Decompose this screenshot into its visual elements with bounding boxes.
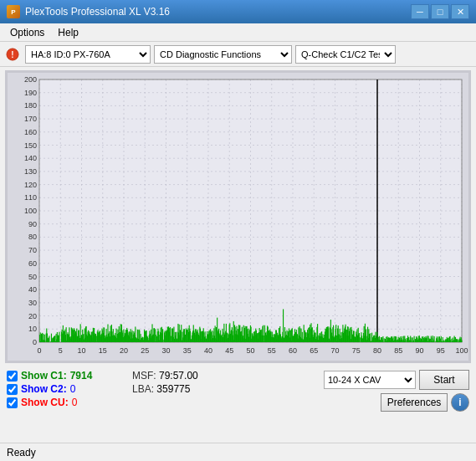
speed-select[interactable]: 10-24 X CAV [324,371,416,389]
menu-help[interactable]: Help [51,25,85,40]
svg-text:!: ! [11,50,13,59]
maximize-button[interactable]: □ [431,4,449,19]
lba-row: LBA: 359775 [132,383,198,395]
c1-value: 7914 [70,370,93,382]
chart-container [5,70,471,363]
checkboxes-col: Show C1: 7914 Show C2: 0 Show CU: 0 [7,370,115,408]
test-select[interactable]: Q-Check C1/C2 Test [295,45,396,64]
drive-select[interactable]: HA:8 ID:0 PX-760A [25,45,151,64]
bottom-panel: Show C1: 7914 Show C2: 0 Show CU: 0 MSF:… [0,366,476,418]
function-select[interactable]: CD Diagnostic Functions [154,45,292,64]
status-text: Ready [7,447,36,458]
back-icon: ! [6,48,19,61]
preferences-row: Preferences i [381,393,469,412]
info-button[interactable]: i [451,393,469,412]
msf-label: MSF: [132,370,156,382]
show-c1-row: Show C1: 7914 [7,370,115,382]
app-icon: P [7,5,20,18]
msf-row: MSF: 79:57.00 [132,370,198,382]
title-bar: P PlexTools Professional XL V3.16 ─ □ ✕ [0,0,476,23]
right-controls: 10-24 X CAV Start Preferences i [324,370,469,412]
status-bar: Ready [0,443,476,461]
msf-value: 79:57.00 [159,370,198,382]
speed-row: 10-24 X CAV Start [324,370,469,390]
preferences-button[interactable]: Preferences [381,393,448,412]
show-c2-row: Show C2: 0 [7,383,115,395]
show-cu-checkbox[interactable] [7,397,18,408]
show-cu-row: Show CU: 0 [7,397,115,408]
toolbar: ! HA:8 ID:0 PX-760A CD Diagnostic Functi… [0,42,476,67]
cu-value: 0 [72,397,78,408]
minimize-button[interactable]: ─ [411,4,429,19]
lba-label: LBA: [132,383,154,395]
window-controls: ─ □ ✕ [411,4,469,19]
chart-area [8,73,468,361]
show-c1-checkbox[interactable] [7,371,18,382]
bottom-row: Show C1: 7914 Show C2: 0 Show CU: 0 MSF:… [7,370,469,412]
start-button[interactable]: Start [419,370,469,390]
close-button[interactable]: ✕ [451,4,469,19]
menu-bar: Options Help [0,23,476,42]
c2-value: 0 [70,383,76,395]
lba-value: 359775 [156,383,190,395]
toolbar-back-icon[interactable]: ! [3,45,22,64]
chart-canvas [8,73,468,361]
show-cu-label: Show CU: [21,397,69,408]
menu-options[interactable]: Options [3,25,51,40]
app-title: PlexTools Professional XL V3.16 [25,6,170,18]
msf-lba-col: MSF: 79:57.00 LBA: 359775 [132,370,198,395]
show-c2-checkbox[interactable] [7,384,18,395]
show-c2-label: Show C2: [21,383,67,395]
show-c1-label: Show C1: [21,370,67,382]
